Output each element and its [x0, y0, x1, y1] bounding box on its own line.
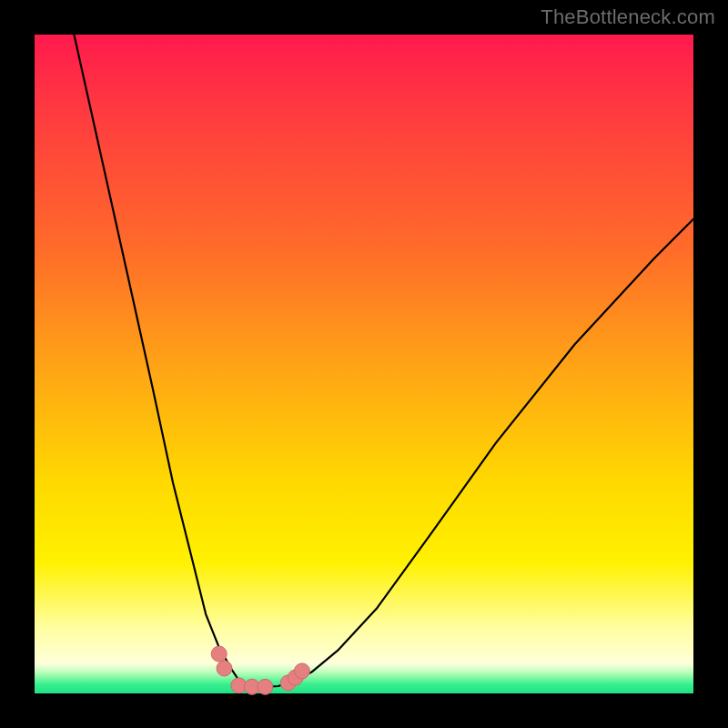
curve-marker: [211, 646, 227, 662]
watermark-text: TheBottleneck.com: [541, 5, 715, 29]
chart-frame: TheBottleneck.com: [0, 0, 728, 728]
curve-marker: [294, 663, 309, 679]
plot-area: [35, 35, 693, 693]
curve-marker: [258, 679, 273, 694]
curve-markers: [211, 646, 309, 694]
bottleneck-curve: [74, 35, 693, 687]
curve-marker: [217, 661, 232, 676]
chart-svg: [35, 35, 693, 693]
